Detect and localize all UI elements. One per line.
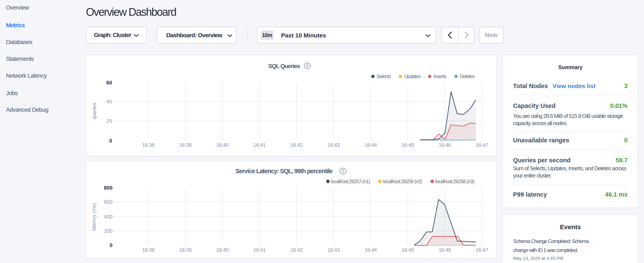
svg-text:16:42: 16:42 [290, 247, 303, 253]
svg-text:0: 0 [109, 138, 112, 144]
svg-text:16:40: 16:40 [216, 142, 228, 148]
svg-text:Inserts: Inserts [434, 74, 446, 79]
svg-text:200: 200 [104, 228, 112, 234]
svg-text:Service Latency: SQL, 99th per: Service Latency: SQL, 99th percentile [235, 168, 333, 174]
svg-text:SQL Queries: SQL Queries [268, 63, 300, 69]
svg-text:0: 0 [110, 242, 112, 248]
svg-text:Selects: Selects [376, 74, 391, 79]
svg-text:localhost:26259 (n2): localhost:26259 (n2) [383, 179, 422, 184]
svg-text:16:45: 16:45 [402, 142, 414, 148]
svg-text:16:45: 16:45 [402, 247, 414, 253]
svg-text:16:39: 16:39 [179, 247, 192, 253]
svg-text:16:41: 16:41 [254, 142, 266, 148]
svg-text:16:46: 16:46 [438, 142, 451, 148]
svg-text:16:43: 16:43 [328, 247, 340, 253]
svg-text:16:42: 16:42 [290, 142, 303, 148]
svg-text:16:44: 16:44 [365, 142, 377, 148]
svg-text:800: 800 [104, 185, 112, 191]
svg-text:40: 40 [106, 99, 112, 105]
svg-text:16:47: 16:47 [476, 247, 488, 253]
svg-text:16:43: 16:43 [328, 142, 340, 148]
svg-text:localhost:26258 (n3): localhost:26258 (n3) [436, 179, 474, 184]
svg-text:queries: queries [92, 103, 97, 120]
svg-text:600: 600 [104, 199, 112, 205]
svg-text:Updates: Updates [404, 74, 420, 79]
svg-text:16:40: 16:40 [216, 247, 228, 253]
svg-text:16:46: 16:46 [438, 247, 451, 253]
svg-text:20: 20 [106, 118, 112, 124]
svg-text:16:47: 16:47 [476, 142, 488, 148]
svg-text:16:38: 16:38 [142, 247, 154, 253]
svg-text:400: 400 [104, 214, 112, 220]
svg-text:Deletes: Deletes [460, 74, 475, 79]
svg-text:60: 60 [106, 80, 112, 86]
svg-text:localhost:26257 (n1): localhost:26257 (n1) [331, 179, 370, 184]
svg-text:latency (ms): latency (ms) [91, 203, 97, 231]
svg-text:16:38: 16:38 [142, 142, 154, 148]
svg-text:16:41: 16:41 [254, 247, 266, 253]
svg-text:16:44: 16:44 [365, 247, 377, 253]
svg-text:16:39: 16:39 [179, 142, 192, 148]
